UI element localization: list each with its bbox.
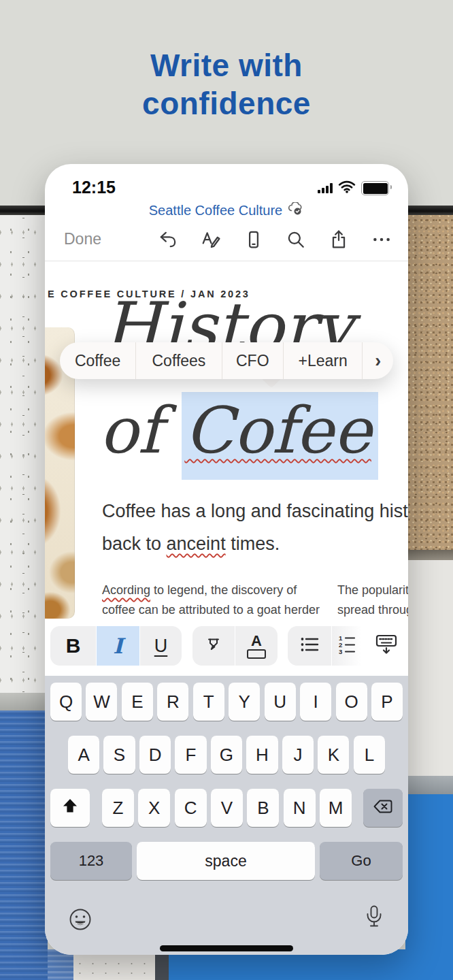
underline-button[interactable]: U bbox=[140, 626, 182, 666]
suggestion-learn[interactable]: +Learn bbox=[283, 342, 362, 379]
terrazzo-panel-left bbox=[0, 215, 48, 693]
mobile-view-icon[interactable] bbox=[242, 228, 265, 251]
home-indicator[interactable] bbox=[160, 945, 293, 951]
status-icons bbox=[318, 180, 389, 196]
key-v[interactable]: V bbox=[211, 789, 243, 827]
paragraph-text: times. bbox=[226, 534, 280, 554]
shift-key[interactable] bbox=[50, 789, 90, 827]
blue-tiles-left bbox=[0, 710, 48, 980]
key-m[interactable]: M bbox=[320, 789, 352, 827]
heading-plain-text: of bbox=[99, 393, 182, 468]
emoji-keyboard-button[interactable] bbox=[65, 906, 95, 936]
key-j[interactable]: J bbox=[282, 736, 314, 774]
search-icon[interactable] bbox=[284, 228, 307, 251]
key-x[interactable]: X bbox=[138, 789, 170, 827]
dictation-button[interactable] bbox=[359, 904, 389, 934]
key-o[interactable]: O bbox=[336, 683, 367, 721]
key-b[interactable]: B bbox=[247, 789, 279, 827]
key-f[interactable]: F bbox=[175, 736, 206, 774]
paragraph-text: back to bbox=[102, 534, 167, 554]
key-r[interactable]: R bbox=[157, 683, 188, 721]
document-heading-line2: of Cofee bbox=[99, 394, 378, 468]
key-y[interactable]: Y bbox=[229, 683, 260, 721]
numbered-list-button[interactable]: 1 2 3 bbox=[332, 626, 365, 666]
more-options-icon[interactable] bbox=[370, 228, 393, 251]
suggestion-coffees[interactable]: Coffees bbox=[135, 342, 221, 379]
hero-headline: Write with confidence bbox=[0, 46, 453, 122]
backspace-key[interactable] bbox=[363, 789, 403, 827]
key-n[interactable]: N bbox=[284, 789, 316, 827]
phone-mockup: 12:15 Seattle Coffee Culture bbox=[45, 164, 408, 955]
suggestion-coffee[interactable]: Coffee bbox=[60, 342, 135, 379]
autocorrect-suggestion-bar: Coffee Coffees CFO +Learn › bbox=[60, 342, 393, 379]
counter-edge-right bbox=[405, 776, 453, 794]
font-color-swatch bbox=[247, 649, 266, 659]
done-button[interactable]: Done bbox=[64, 230, 101, 248]
keyboard-row-4: 123 space Go bbox=[45, 842, 408, 880]
key-u[interactable]: U bbox=[265, 683, 296, 721]
cork-board-ledge bbox=[405, 550, 453, 560]
key-l[interactable]: L bbox=[354, 736, 385, 774]
undo-icon[interactable] bbox=[156, 228, 180, 251]
shift-icon bbox=[61, 798, 79, 819]
font-color-letter: A bbox=[251, 634, 262, 649]
bullet-list-button[interactable] bbox=[288, 626, 331, 666]
share-icon[interactable] bbox=[327, 228, 350, 251]
right-column: The popularity spread through 15th centu… bbox=[337, 581, 408, 623]
formatting-toolbar: B I U A bbox=[45, 623, 408, 676]
key-e[interactable]: E bbox=[122, 683, 153, 721]
suggestion-more-chevron[interactable]: › bbox=[362, 342, 393, 379]
svg-text:3: 3 bbox=[339, 648, 342, 655]
suggestion-cfo[interactable]: CFO bbox=[222, 342, 283, 379]
key-k[interactable]: K bbox=[318, 736, 349, 774]
highlighter-button[interactable] bbox=[192, 626, 235, 666]
selected-misspelled-word[interactable]: Cofee bbox=[182, 392, 378, 480]
left-column-line-1: Acording to legend, the discovery of bbox=[102, 581, 306, 600]
key-q[interactable]: Q bbox=[50, 683, 82, 721]
go-key[interactable]: Go bbox=[320, 842, 403, 880]
header-divider bbox=[45, 261, 408, 261]
two-column-text: Acording to legend, the discovery of cof… bbox=[45, 581, 408, 623]
key-h[interactable]: H bbox=[246, 736, 278, 774]
document-title-row[interactable]: Seattle Coffee Culture bbox=[45, 202, 408, 218]
misspelled-word: Acording bbox=[102, 583, 150, 597]
microphone-icon bbox=[363, 904, 386, 934]
key-s[interactable]: S bbox=[103, 736, 135, 774]
document-title[interactable]: Seattle Coffee Culture bbox=[149, 203, 282, 218]
column-text: to legend, the discovery of bbox=[150, 583, 297, 597]
counter-edge-left bbox=[0, 693, 48, 710]
backspace-icon bbox=[373, 798, 393, 819]
key-a[interactable]: A bbox=[68, 736, 99, 774]
wifi-icon bbox=[338, 180, 356, 196]
font-color-button[interactable]: A bbox=[235, 626, 278, 666]
misspelled-word: anceint bbox=[167, 534, 226, 554]
bold-button[interactable]: B bbox=[50, 626, 96, 666]
space-key[interactable]: space bbox=[137, 842, 315, 880]
wall-right bbox=[405, 560, 453, 776]
cork-board-right bbox=[405, 215, 453, 554]
highlighter-icon bbox=[204, 635, 223, 657]
right-column-line-2: spread through bbox=[337, 600, 408, 620]
right-column-line-1: The popularity bbox=[337, 581, 408, 600]
key-z[interactable]: Z bbox=[102, 789, 134, 827]
keyboard-row-3: Z X C V B N M bbox=[45, 789, 408, 827]
hero-line-1: Write with bbox=[0, 46, 453, 84]
ios-keyboard: Q W E R T Y U I O P A S D F G H J K L bbox=[45, 676, 408, 955]
hero-line-2: confidence bbox=[0, 84, 453, 122]
paragraph-line-1: Coffee has a long and fascinating histor… bbox=[102, 501, 408, 522]
keyboard-row-2: A S D F G H J K L bbox=[45, 736, 408, 774]
edit-toolbar bbox=[156, 228, 393, 251]
key-i[interactable]: I bbox=[300, 683, 331, 721]
format-pen-icon[interactable] bbox=[199, 228, 222, 251]
key-w[interactable]: W bbox=[86, 683, 117, 721]
key-d[interactable]: D bbox=[139, 736, 171, 774]
key-g[interactable]: G bbox=[211, 736, 242, 774]
key-p[interactable]: P bbox=[371, 683, 403, 721]
key-t[interactable]: T bbox=[193, 683, 224, 721]
numbers-key[interactable]: 123 bbox=[50, 842, 132, 880]
battery-icon bbox=[361, 181, 389, 195]
key-c[interactable]: C bbox=[175, 789, 207, 827]
status-time: 12:15 bbox=[72, 178, 116, 197]
italic-button-active[interactable]: I bbox=[97, 626, 139, 666]
dismiss-keyboard-button[interactable] bbox=[369, 626, 403, 666]
